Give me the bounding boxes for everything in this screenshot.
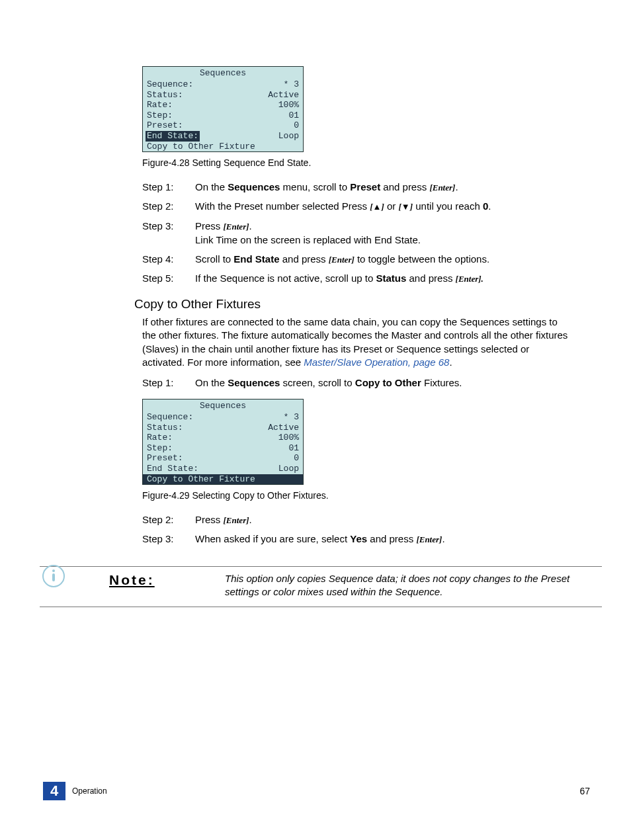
info-icon xyxy=(42,564,65,590)
step-body: On the Sequences menu, scroll to Preset … xyxy=(195,180,572,194)
footer-section-name: Operation xyxy=(72,786,107,796)
lcd2-title: Sequences xyxy=(143,399,303,412)
step-c3: Step 3: When asked if you are sure, sele… xyxy=(142,532,572,546)
lcd1-row-status: Status:Active xyxy=(143,90,303,101)
step-body: Press [Enter]. Link Time on the screen i… xyxy=(195,219,572,247)
step-body: If the Sequence is not active, scroll up… xyxy=(195,271,572,285)
up-key-icon: [▲] xyxy=(370,202,384,212)
step-label: Step 2: xyxy=(142,199,195,213)
paragraph-copy-info: If other fixtures are connected to the s… xyxy=(142,315,572,369)
note-text: This option only copies Sequence data; i… xyxy=(225,572,602,599)
step-a4: Step 4: Scroll to End State and press [E… xyxy=(142,252,572,266)
lcd1-row-sequence: Sequence:* 3 xyxy=(143,79,303,90)
step-b1: Step 1: On the Sequences screen, scroll … xyxy=(142,376,572,390)
footer-left: 4 Operation xyxy=(43,782,107,800)
lcd1-row-step: Step:01 xyxy=(143,110,303,121)
step-body: When asked if you are sure, select Yes a… xyxy=(195,532,572,546)
figure-4-28-caption: Figure-4.28 Setting Sequence End State. xyxy=(142,157,572,168)
note-block: Note: This option only copies Sequence d… xyxy=(40,566,602,608)
lcd1-title: Sequences xyxy=(143,67,303,79)
step-label: Step 2: xyxy=(142,513,195,526)
step-a1: Step 1: On the Sequences menu, scroll to… xyxy=(142,180,572,194)
enter-key-icon: [Enter] xyxy=(429,183,455,192)
enter-key-icon: [Enter] xyxy=(329,255,355,265)
section-heading-copy: Copy to Other Fixtures xyxy=(134,297,572,312)
enter-key-icon: [Enter] xyxy=(224,515,249,525)
lcd-screen-2: Sequences Sequence:* 3 Status:Active Rat… xyxy=(142,399,304,485)
step-body: Scroll to End State and press [Enter] to… xyxy=(195,252,572,266)
lcd1-row-rate: Rate:100% xyxy=(143,100,303,110)
lcd2-row-rate: Rate:100% xyxy=(143,433,303,443)
step-body: With the Preset number selected Press [▲… xyxy=(195,199,572,213)
svg-rect-2 xyxy=(52,573,55,581)
lcd2-row-endstate: End State:Loop xyxy=(143,464,303,474)
lcd2-row-preset: Preset:0 xyxy=(143,453,303,464)
content-area: Sequences Sequence:* 3 Status:Active Rat… xyxy=(142,66,572,607)
enter-key-icon: [Enter]. xyxy=(456,274,484,284)
lcd1-row-preset: Preset:0 xyxy=(143,120,303,131)
step-label: Step 4: xyxy=(142,252,195,266)
enter-key-icon: [Enter] xyxy=(416,534,442,544)
note-label: Note: xyxy=(109,572,225,588)
step-body: On the Sequences screen, scroll to Copy … xyxy=(195,376,572,390)
footer-page-number: 67 xyxy=(579,786,590,796)
lcd1-row-copy: Copy to Other Fixture xyxy=(143,142,303,152)
svg-point-1 xyxy=(52,569,55,572)
page-footer: 4 Operation 67 xyxy=(0,782,631,800)
step-a5: Step 5: If the Sequence is not active, s… xyxy=(142,271,572,285)
step-body: Press [Enter]. xyxy=(195,513,572,526)
lcd-screen-1: Sequences Sequence:* 3 Status:Active Rat… xyxy=(142,66,304,152)
step-label: Step 3: xyxy=(142,219,195,247)
step-a2: Step 2: With the Preset number selected … xyxy=(142,199,572,213)
step-label: Step 3: xyxy=(142,532,195,546)
lcd1-row-endstate: End State:Loop xyxy=(143,131,303,142)
step-label: Step 1: xyxy=(142,180,195,194)
step-label: Step 5: xyxy=(142,271,195,285)
lcd2-row-sequence: Sequence:* 3 xyxy=(143,412,303,423)
lcd2-row-copy: Copy to Other Fixture xyxy=(143,474,303,485)
step-c2: Step 2: Press [Enter]. xyxy=(142,513,572,526)
down-key-icon: [▼] xyxy=(399,202,413,212)
step-a3: Step 3: Press [Enter]. Link Time on the … xyxy=(142,219,572,247)
lcd2-row-status: Status:Active xyxy=(143,423,303,433)
lcd2-row-step: Step:01 xyxy=(143,443,303,454)
link-master-slave[interactable]: Master/Slave Operation, page 68 xyxy=(304,357,449,368)
chapter-tab: 4 xyxy=(43,782,65,800)
page: Sequences Sequence:* 3 Status:Active Rat… xyxy=(0,0,631,840)
figure-4-29-caption: Figure-4.29 Selecting Copy to Other Fixt… xyxy=(142,490,572,501)
enter-key-icon: [Enter] xyxy=(224,222,249,231)
step-label: Step 1: xyxy=(142,376,195,390)
